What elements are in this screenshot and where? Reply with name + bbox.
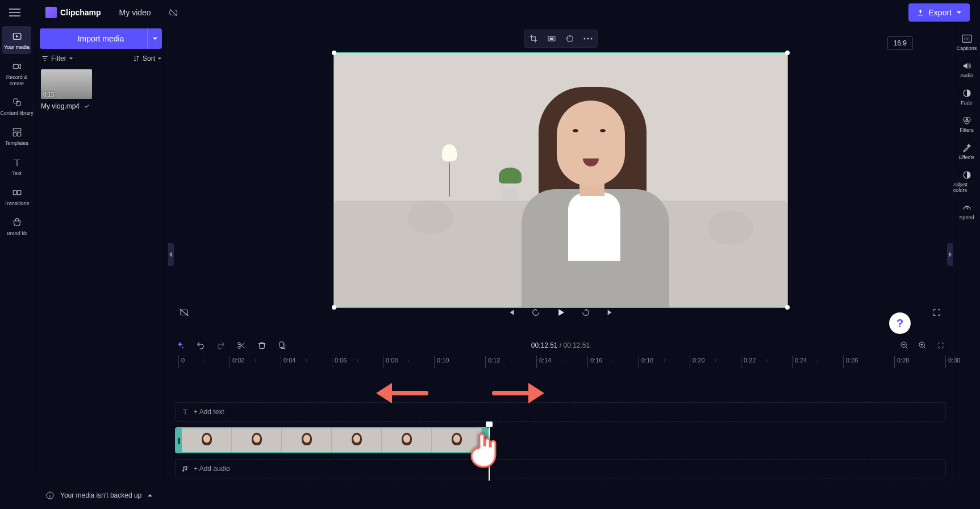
resize-handle[interactable] — [332, 51, 336, 55]
ruler-tick: 0:30 — [945, 356, 960, 368]
text-icon — [10, 156, 24, 169]
export-button[interactable]: Export — [908, 3, 970, 22]
filters-icon — [961, 115, 973, 126]
ruler-tick: 0:06 — [332, 356, 347, 368]
text-icon — [181, 408, 189, 416]
current-time-label: 00:12.51 — [531, 341, 558, 349]
prop-label: Audio — [960, 73, 973, 78]
crop-button[interactable] — [524, 30, 543, 48]
add-text-label: + Add text — [194, 408, 224, 416]
pip-button[interactable] — [561, 30, 579, 48]
timeline-ruler[interactable]: 00:020:040:060:080:100:120:140:160:180:2… — [168, 353, 953, 368]
delete-button[interactable] — [257, 340, 267, 351]
speed-icon — [961, 202, 973, 214]
filter-button[interactable]: Filter — [41, 55, 73, 62]
media-asset-thumbnail[interactable]: 0:15 — [41, 69, 92, 99]
nav-your-media[interactable]: Your media — [2, 26, 31, 54]
backup-warning-banner[interactable]: Your media isn't backed up — [34, 481, 953, 509]
zoom-out-button[interactable] — [899, 340, 910, 351]
library-icon — [10, 95, 24, 109]
app-logo: Clipchamp — [45, 7, 101, 18]
sync-off-icon[interactable] — [168, 7, 178, 18]
next-clip-button[interactable] — [604, 306, 618, 319]
prop-label: Adjust colors — [953, 182, 980, 193]
video-track[interactable]: ‖ ‖ — [175, 427, 946, 453]
split-button[interactable] — [236, 340, 247, 351]
menu-button[interactable] — [6, 3, 24, 22]
fullscreen-button[interactable] — [930, 306, 944, 319]
sort-button[interactable]: Sort — [132, 55, 162, 62]
svg-rect-17 — [549, 37, 553, 40]
prop-filters[interactable]: Filters — [953, 110, 980, 137]
video-clip[interactable]: ‖ ‖ — [175, 427, 489, 453]
music-icon — [181, 465, 189, 473]
chevron-down-icon — [69, 56, 73, 61]
svg-rect-7 — [13, 190, 16, 195]
prop-adjust-colors[interactable]: Adjust colors — [953, 165, 980, 198]
prop-fade[interactable]: Fade — [953, 83, 980, 110]
project-name-input[interactable]: My video — [114, 6, 157, 19]
chevron-up-icon — [147, 493, 153, 498]
prop-captions[interactable]: CC Captions — [953, 28, 980, 56]
ruler-tick: 0:18 — [639, 356, 653, 368]
import-media-button[interactable]: Import media — [40, 28, 162, 49]
aspect-ratio-button[interactable]: 16:9 — [887, 36, 913, 50]
remove-clip-button[interactable] — [177, 306, 191, 319]
more-button[interactable] — [579, 30, 597, 48]
ruler-tick: 0:14 — [536, 356, 551, 368]
prop-label: Captions — [957, 45, 977, 51]
nav-templates[interactable]: Templates — [0, 121, 34, 151]
play-button[interactable] — [554, 306, 568, 319]
fit-button[interactable] — [543, 30, 561, 48]
nav-label: Record & create — [0, 74, 34, 87]
undo-button[interactable] — [195, 340, 206, 351]
preview-content — [334, 53, 787, 307]
import-label: Import media — [78, 34, 124, 43]
skip-forward-button[interactable] — [579, 306, 593, 319]
preview-canvas[interactable] — [333, 52, 788, 308]
app-name-label: Clipchamp — [60, 8, 101, 17]
redo-button[interactable] — [216, 340, 226, 351]
svg-point-18 — [583, 38, 585, 40]
adjust-colors-icon — [961, 169, 973, 181]
nav-content-library[interactable]: Content library — [0, 91, 34, 121]
prop-speed[interactable]: Speed — [953, 198, 980, 225]
ruler-tick: 0:20 — [690, 356, 704, 368]
prop-audio[interactable]: Audio — [953, 56, 980, 83]
nav-brand-kit[interactable]: Brand kit — [0, 211, 34, 241]
nav-label: Text — [12, 170, 22, 177]
resize-handle[interactable] — [785, 51, 790, 55]
help-button[interactable]: ? — [889, 312, 911, 334]
ruler-tick: 0:04 — [281, 356, 295, 368]
skip-back-button[interactable] — [529, 306, 543, 319]
filter-label: Filter — [51, 55, 66, 62]
zoom-fit-button[interactable] — [936, 340, 946, 351]
add-audio-track[interactable]: + Add audio — [175, 459, 946, 478]
nav-record-create[interactable]: Record & create — [0, 55, 34, 91]
ruler-tick: 0:12 — [485, 356, 500, 368]
duplicate-button[interactable] — [277, 340, 287, 351]
add-text-track[interactable]: + Add text — [175, 402, 946, 422]
captions-icon: CC — [961, 33, 973, 44]
nav-label: Content library — [0, 110, 34, 116]
zoom-in-button[interactable] — [918, 340, 928, 351]
upload-icon — [916, 9, 924, 16]
audio-icon — [961, 60, 973, 72]
import-dropdown-icon[interactable] — [147, 28, 162, 49]
clip-trim-handle-left[interactable]: ‖ — [176, 428, 182, 452]
record-icon — [10, 60, 24, 73]
prop-label: Speed — [959, 215, 974, 220]
prop-effects[interactable]: Effects — [953, 137, 980, 165]
nav-transitions[interactable]: Transitions — [0, 181, 34, 211]
prev-clip-button[interactable] — [504, 306, 518, 319]
svg-rect-8 — [17, 190, 20, 195]
svg-rect-6 — [17, 132, 20, 136]
prop-label: Effects — [959, 155, 974, 160]
aspect-label: 16:9 — [894, 39, 907, 47]
ruler-tick: 0 — [178, 356, 185, 368]
nav-text[interactable]: Text — [0, 151, 34, 181]
fade-icon — [961, 87, 973, 99]
svg-rect-4 — [13, 128, 21, 131]
check-icon — [84, 103, 90, 109]
ai-tool-button[interactable] — [175, 340, 185, 351]
